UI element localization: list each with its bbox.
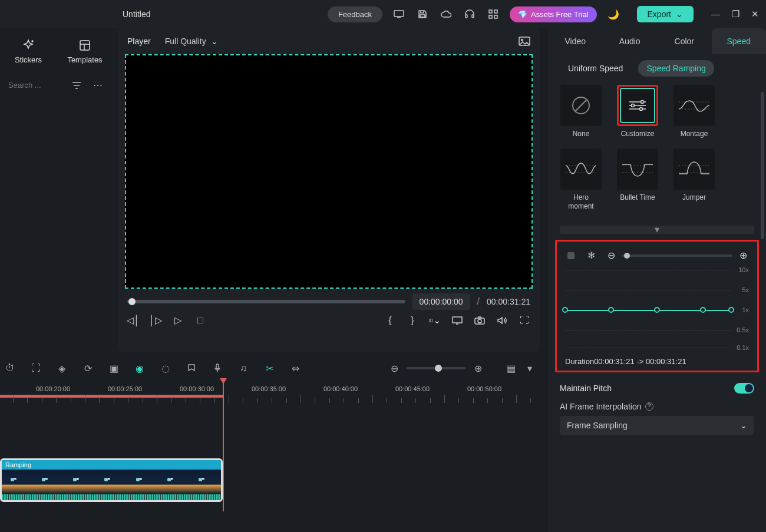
close-icon[interactable]: ✕ bbox=[751, 9, 759, 19]
music-icon[interactable]: ♫ bbox=[237, 363, 250, 374]
timeline-clip[interactable]: Ramping bbox=[0, 458, 223, 502]
cloud-icon[interactable] bbox=[437, 5, 455, 24]
svg-rect-21 bbox=[216, 364, 219, 369]
save-icon[interactable] bbox=[413, 5, 432, 24]
graph-label-1x: 1x bbox=[742, 306, 749, 313]
marker-icon[interactable] bbox=[185, 364, 198, 373]
mask-icon[interactable]: ◌ bbox=[159, 363, 172, 374]
fullscreen-icon[interactable]: ⛶ bbox=[519, 315, 530, 326]
info-icon[interactable]: ? bbox=[645, 402, 653, 411]
maximize-icon[interactable]: ❐ bbox=[732, 9, 739, 19]
bracket-in-icon[interactable]: { bbox=[384, 315, 396, 326]
keyframe-icon[interactable]: ◈ bbox=[55, 363, 68, 374]
freeze-frame-icon[interactable]: ❄ bbox=[585, 250, 597, 262]
mic-icon[interactable] bbox=[211, 364, 224, 373]
filter-icon[interactable] bbox=[66, 79, 87, 92]
camera-tl-icon[interactable]: ▣ bbox=[107, 363, 120, 374]
preset-hero-moment[interactable]: Hero moment bbox=[560, 148, 602, 212]
speed-icon[interactable]: ⟳ bbox=[81, 363, 94, 374]
ramp-node[interactable] bbox=[728, 307, 734, 313]
display-icon[interactable] bbox=[451, 316, 463, 325]
ramp-node[interactable] bbox=[654, 307, 660, 313]
svg-rect-20 bbox=[567, 252, 574, 259]
tab-stickers[interactable]: Stickers bbox=[0, 34, 57, 69]
preset-hero-label: Hero moment bbox=[560, 193, 602, 212]
split-icon[interactable]: ✂ bbox=[263, 363, 276, 374]
tab-audio[interactable]: Audio bbox=[603, 28, 658, 54]
jumper-wave-icon bbox=[678, 158, 711, 180]
timeline-playhead[interactable] bbox=[223, 382, 224, 511]
preset-jumper[interactable]: Jumper bbox=[673, 148, 715, 212]
speed-ramp-editor: ❄ ⊖ ⊕ 10x 5x 1x 0.5x 0.1x Duration00:00:… bbox=[555, 240, 759, 372]
ai-interp-label: AI Frame Interpolation bbox=[560, 402, 642, 411]
play-icon[interactable]: ▷ bbox=[172, 315, 184, 326]
preset-none[interactable]: None bbox=[560, 85, 602, 139]
expand-presets-button[interactable]: ▾ bbox=[560, 226, 754, 234]
preset-bullet-time[interactable]: Bullet Time bbox=[616, 148, 659, 212]
camera-icon[interactable] bbox=[474, 316, 486, 325]
zoom-out-icon[interactable]: ⊖ bbox=[605, 250, 617, 262]
subtab-uniform-speed[interactable]: Uniform Speed bbox=[560, 60, 631, 77]
bullet-wave-icon bbox=[621, 158, 654, 180]
svg-point-17 bbox=[641, 101, 644, 104]
zoom-in-icon[interactable]: ⊕ bbox=[737, 250, 749, 262]
tab-color[interactable]: Color bbox=[657, 28, 712, 54]
preset-montage[interactable]: Montage bbox=[673, 85, 715, 139]
screen-icon[interactable] bbox=[389, 5, 408, 24]
ramp-node[interactable] bbox=[700, 307, 706, 313]
stop-icon[interactable]: □ bbox=[194, 315, 206, 326]
templates-label: Templates bbox=[67, 55, 102, 64]
svg-point-19 bbox=[640, 108, 643, 111]
timeline-more-icon[interactable]: ▾ bbox=[523, 363, 536, 374]
preset-jumper-label: Jumper bbox=[682, 193, 706, 203]
preset-none-label: None bbox=[573, 130, 590, 139]
bracket-out-icon[interactable]: } bbox=[407, 315, 418, 326]
image-icon[interactable] bbox=[519, 37, 530, 46]
ai-icon[interactable]: ◉ bbox=[133, 363, 146, 374]
frame-interpolation-select[interactable]: Frame Sampling ⌄ bbox=[560, 416, 754, 435]
preset-bullet-label: Bullet Time bbox=[620, 193, 655, 203]
ramp-node[interactable] bbox=[562, 307, 568, 313]
preview-canvas[interactable] bbox=[125, 54, 533, 289]
timer-icon[interactable]: ⏱ bbox=[4, 363, 16, 374]
playback-scrubber[interactable] bbox=[127, 300, 405, 303]
subtab-speed-ramping[interactable]: Speed Ramping bbox=[638, 60, 714, 77]
fit-icon[interactable]: ⇔ bbox=[289, 363, 302, 374]
step-forward-icon[interactable]: │▷ bbox=[150, 315, 161, 326]
ratio-icon[interactable]: ⌄ bbox=[429, 315, 441, 326]
minimize-icon[interactable]: — bbox=[711, 9, 720, 19]
timeline-zoom-out-icon[interactable]: ⊖ bbox=[388, 363, 401, 374]
keyframe-square-icon[interactable] bbox=[565, 250, 577, 262]
search-input[interactable] bbox=[5, 77, 66, 93]
grid-icon[interactable] bbox=[484, 5, 503, 24]
timeline-ruler[interactable]: 00:00:20:00 00:00:25:00 00:00:30:00 00:0… bbox=[0, 381, 540, 403]
templates-icon bbox=[78, 39, 91, 52]
feedback-button[interactable]: Feedback bbox=[328, 6, 382, 22]
moon-icon[interactable]: 🌙 bbox=[604, 5, 623, 24]
hero-wave-icon bbox=[564, 158, 597, 180]
skip-back-icon[interactable]: ◁│ bbox=[127, 315, 139, 326]
panel-scrollbar[interactable] bbox=[761, 92, 764, 239]
preset-customize[interactable]: Customize bbox=[616, 85, 659, 139]
tab-speed[interactable]: Speed bbox=[712, 28, 767, 54]
timeline-zoom-in-icon[interactable]: ⊕ bbox=[471, 363, 484, 374]
export-label: Export bbox=[648, 9, 671, 19]
clip-thumbnail bbox=[64, 470, 95, 494]
tab-templates[interactable]: Templates bbox=[57, 34, 113, 69]
assets-free-trial-button[interactable]: 💎 Assets Free Trial bbox=[510, 6, 597, 22]
timeline-view-icon[interactable]: ▤ bbox=[504, 363, 517, 374]
volume-icon[interactable] bbox=[496, 316, 508, 325]
more-icon[interactable]: ⋯ bbox=[87, 77, 108, 93]
montage-wave-icon bbox=[678, 95, 711, 116]
maintain-pitch-toggle[interactable] bbox=[734, 383, 754, 394]
ramp-node[interactable] bbox=[608, 307, 614, 313]
crop-icon[interactable]: ⛶ bbox=[29, 363, 42, 374]
headphones-icon[interactable] bbox=[460, 5, 479, 24]
export-button[interactable]: Export ⌄ bbox=[637, 6, 694, 22]
timeline-zoom-slider[interactable] bbox=[407, 367, 465, 369]
tab-video[interactable]: Video bbox=[548, 28, 603, 54]
chevron-down-icon: ⌄ bbox=[740, 421, 747, 430]
ramp-graph[interactable]: 10x 5x 1x 0.5x 0.1x bbox=[565, 269, 749, 349]
quality-select[interactable]: Full Quality bbox=[160, 34, 223, 48]
ramp-zoom-slider[interactable] bbox=[622, 255, 732, 257]
